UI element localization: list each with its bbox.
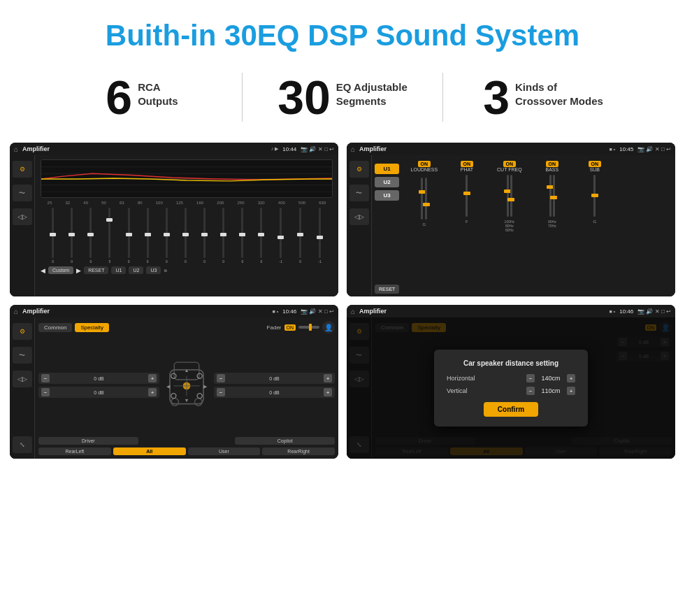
on-badge-bass: ON bbox=[546, 161, 559, 167]
eq-slider-4[interactable]: 0 bbox=[128, 208, 130, 264]
eq-slider-6[interactable]: 0 bbox=[166, 208, 168, 264]
prev-icon[interactable]: ◀ bbox=[41, 267, 45, 274]
u3-btn-1[interactable]: U3 bbox=[146, 266, 161, 274]
next-icon[interactable]: ▶ bbox=[76, 267, 81, 274]
eq-slider-11[interactable]: 0 bbox=[260, 208, 262, 264]
phat-vals: F bbox=[466, 220, 468, 224]
plus-btn-br[interactable]: + bbox=[324, 388, 332, 396]
plus-btn-tl[interactable]: + bbox=[148, 374, 157, 382]
copilot-btn[interactable]: Copilot bbox=[235, 437, 335, 445]
minus-vertical[interactable]: − bbox=[526, 387, 535, 395]
fader-slider[interactable] bbox=[298, 326, 319, 329]
vol-icon[interactable]: ◁▷ bbox=[13, 208, 32, 225]
minus-btn-tr[interactable]: − bbox=[217, 374, 225, 382]
eq-icon-2[interactable]: ⚙ bbox=[349, 161, 369, 178]
db-ctrl-bl: − 0 dB + bbox=[38, 387, 159, 398]
topbar-time-3: 10:46 bbox=[282, 308, 296, 315]
home-icon[interactable]: ⌂ bbox=[14, 145, 18, 153]
wave-icon-2[interactable]: 〜 bbox=[349, 185, 369, 201]
minus-btn-br[interactable]: − bbox=[217, 388, 225, 396]
u3-btn[interactable]: U3 bbox=[375, 190, 399, 201]
eq-slider-3[interactable]: 5 bbox=[108, 208, 110, 264]
cutfreq-slider-1[interactable] bbox=[507, 175, 509, 217]
cutfreq-slider-2[interactable] bbox=[510, 175, 512, 217]
eq-icon-3[interactable]: ⚙ bbox=[13, 323, 32, 340]
stat-crossover-label: Kinds ofCrossover Modes bbox=[515, 73, 603, 108]
music-icon: ♪ ▶ bbox=[271, 146, 278, 152]
u1-btn-1[interactable]: U1 bbox=[111, 266, 126, 274]
plus-horizontal[interactable]: + bbox=[567, 374, 575, 382]
screen-specialty: ⌂ Amplifier ■ • 10:46 📷 🔊 ✕ □ ↩ ⚙ 〜 ◁▷ ⤡… bbox=[10, 305, 338, 459]
svg-text:▶: ▶ bbox=[203, 384, 208, 389]
preset-custom-btn[interactable]: Custom bbox=[48, 266, 73, 274]
eq-slider-8[interactable]: 0 bbox=[203, 208, 206, 264]
eq-slider-1[interactable]: 0 bbox=[71, 208, 73, 264]
phat-slider[interactable] bbox=[466, 175, 468, 217]
eq-icon[interactable]: ⚙ bbox=[13, 161, 32, 178]
sub-slider[interactable] bbox=[593, 175, 596, 217]
eq-slider-7[interactable]: 0 bbox=[185, 208, 187, 264]
plus-btn-tr[interactable]: + bbox=[324, 374, 332, 382]
minus-btn-bl[interactable]: − bbox=[41, 388, 50, 396]
eq-slider-13[interactable]: 0 bbox=[299, 208, 301, 264]
bass-slider-2[interactable] bbox=[553, 175, 555, 217]
plus-btn-bl[interactable]: + bbox=[148, 388, 157, 396]
confirm-button[interactable]: Confirm bbox=[484, 402, 538, 417]
dialog-label-vertical: Vertical bbox=[447, 387, 522, 394]
eq-slider-2[interactable]: 0 bbox=[89, 208, 92, 264]
amp-u-row: U1 U2 U3 RESET ON LOUDNESS bbox=[375, 158, 672, 294]
wave-icon[interactable]: 〜 bbox=[13, 185, 32, 201]
tab-specialty[interactable]: Specialty bbox=[75, 323, 108, 332]
user-btn[interactable]: User bbox=[188, 447, 261, 455]
stat-crossover: 3 Kinds ofCrossover Modes bbox=[443, 73, 643, 121]
amp-controls: ON LOUDNESS G ON PHAT bbox=[402, 158, 672, 294]
home-icon-4[interactable]: ⌂ bbox=[351, 308, 355, 315]
db-ctrl-br: − 0 dB + bbox=[214, 387, 335, 398]
reset-btn-1[interactable]: RESET bbox=[84, 266, 108, 274]
cutfreq-vals: 100Hz80Hz60Hz bbox=[505, 220, 514, 232]
eq-slider-5[interactable]: 0 bbox=[147, 208, 149, 264]
loudness-slider-2[interactable] bbox=[425, 178, 427, 220]
fader-on: ON bbox=[284, 324, 296, 331]
svg-text:▲: ▲ bbox=[184, 368, 189, 374]
stat-crossover-number: 3 bbox=[483, 73, 510, 121]
plus-vertical[interactable]: + bbox=[567, 387, 575, 395]
car-diagram: ▲ ▼ ◀ ▶ bbox=[162, 357, 211, 413]
screen-content-2: ⚙ 〜 ◁▷ U1 U2 U3 RESET bbox=[347, 155, 675, 296]
vol-icon-2[interactable]: ◁▷ bbox=[349, 208, 369, 225]
status-icons-2: 📷 🔊 ✕ □ ↩ bbox=[637, 146, 671, 152]
topbar-2: ⌂ Amplifier ■ • 10:45 📷 🔊 ✕ □ ↩ bbox=[347, 143, 675, 155]
wave-icon-3[interactable]: 〜 bbox=[13, 347, 32, 364]
ctrl-label-sub: SUB bbox=[590, 167, 600, 172]
status-dot-4: ■ • bbox=[610, 309, 616, 314]
eq-slider-12[interactable]: -1 bbox=[280, 208, 282, 264]
driver-btn[interactable]: Driver bbox=[38, 437, 138, 445]
eq-slider-9[interactable]: 0 bbox=[222, 208, 224, 264]
bass-sliders bbox=[549, 172, 555, 220]
home-icon-3[interactable]: ⌂ bbox=[14, 308, 18, 315]
eq-slider-14[interactable]: -1 bbox=[318, 208, 321, 264]
on-badge-cutfreq: ON bbox=[503, 161, 517, 167]
person-icon[interactable]: 👤 bbox=[322, 321, 335, 334]
home-icon-2[interactable]: ⌂ bbox=[351, 145, 355, 153]
ctrl-sub: ON SUB G bbox=[575, 161, 614, 291]
tab-common[interactable]: Common bbox=[38, 323, 72, 332]
loudness-sliders bbox=[421, 175, 427, 222]
u2-btn[interactable]: U2 bbox=[375, 177, 399, 187]
status-dot-3: ■ • bbox=[273, 309, 279, 314]
reset-btn-2[interactable]: RESET bbox=[375, 285, 399, 294]
loudness-slider-1[interactable] bbox=[421, 178, 423, 220]
expand-icon[interactable]: » bbox=[164, 267, 167, 274]
rearleft-btn[interactable]: RearLeft bbox=[38, 447, 111, 455]
rearright-btn[interactable]: RearRight bbox=[262, 447, 335, 455]
minus-btn-tl[interactable]: − bbox=[41, 374, 50, 382]
eq-slider-0[interactable]: 0 bbox=[52, 208, 54, 264]
db-val-bl: 0 dB bbox=[51, 390, 147, 395]
expand-icon-3[interactable]: ⤡ bbox=[13, 436, 32, 453]
u1-btn[interactable]: U1 bbox=[375, 164, 399, 174]
all-btn[interactable]: All bbox=[113, 447, 186, 455]
minus-horizontal[interactable]: − bbox=[526, 374, 535, 382]
u2-btn-1[interactable]: U2 bbox=[129, 266, 143, 274]
vol-icon-3[interactable]: ◁▷ bbox=[13, 371, 32, 387]
eq-slider-10[interactable]: 0 bbox=[241, 208, 243, 264]
